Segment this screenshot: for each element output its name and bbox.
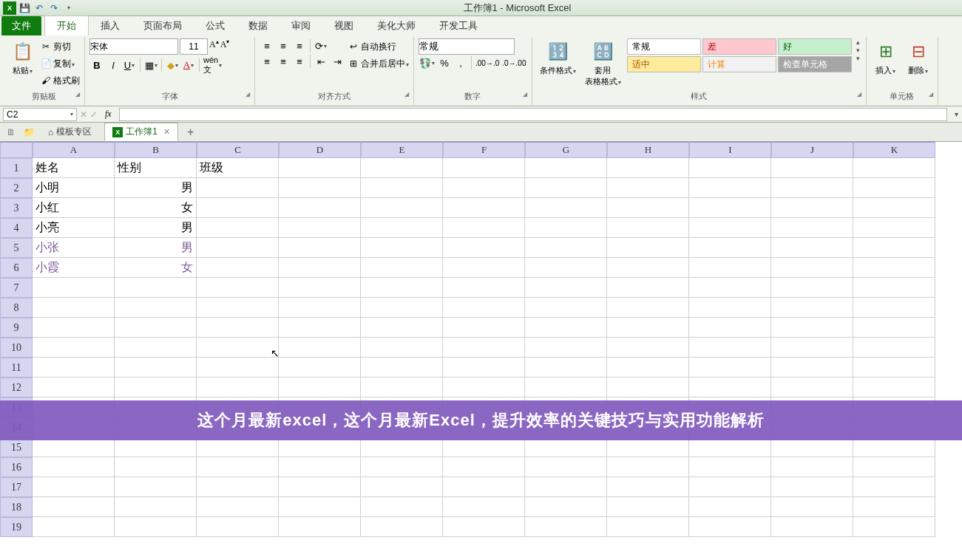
row-header[interactable]: 19 [0, 517, 33, 537]
gallery-down-icon[interactable]: ▾ [856, 47, 860, 54]
cell[interactable] [525, 298, 607, 318]
gallery-more-icon[interactable]: ▾ [856, 55, 860, 62]
cell[interactable] [443, 338, 525, 358]
cell[interactable] [361, 278, 443, 298]
cell[interactable] [279, 477, 361, 497]
tab-templates[interactable]: ⌂模板专区 [40, 123, 100, 141]
cell[interactable] [525, 318, 607, 338]
col-header[interactable]: B [115, 142, 197, 158]
cell[interactable] [361, 338, 443, 358]
cell[interactable] [689, 198, 771, 218]
cell[interactable] [361, 158, 443, 178]
cell[interactable] [197, 437, 279, 457]
formula-input[interactable] [119, 108, 947, 121]
cell[interactable] [689, 158, 771, 178]
cell[interactable] [853, 238, 935, 258]
cell[interactable] [279, 218, 361, 238]
percent-icon[interactable]: % [437, 55, 452, 70]
cell[interactable] [607, 378, 689, 397]
cell[interactable]: 男 [115, 178, 197, 198]
cell[interactable] [853, 298, 935, 318]
cell[interactable] [853, 338, 935, 358]
cell[interactable] [443, 457, 525, 477]
number-format-select[interactable] [419, 38, 515, 55]
cell[interactable] [853, 517, 935, 537]
row-header[interactable]: 18 [0, 497, 33, 517]
decrease-decimal-icon[interactable]: .0→.00 [501, 55, 526, 70]
cell[interactable] [689, 278, 771, 298]
cell[interactable] [607, 258, 689, 278]
tab-view[interactable]: 视图 [322, 16, 365, 35]
cell[interactable] [33, 477, 115, 497]
col-header[interactable]: H [607, 142, 689, 158]
cell[interactable] [115, 517, 197, 537]
cell[interactable] [525, 278, 607, 298]
row-header[interactable]: 9 [0, 318, 33, 338]
cell[interactable] [279, 378, 361, 397]
style-check[interactable]: 检查单元格 [778, 56, 852, 72]
cell[interactable] [607, 497, 689, 517]
cell[interactable] [279, 158, 361, 178]
style-calc[interactable]: 计算 [702, 56, 776, 72]
align-right-icon[interactable]: ≡ [292, 54, 307, 69]
add-tab-button[interactable]: + [183, 126, 198, 139]
cell[interactable] [607, 477, 689, 497]
cell[interactable] [771, 318, 853, 338]
tab-workbook1[interactable]: X工作簿1✕ [104, 123, 178, 141]
cell[interactable] [689, 497, 771, 517]
cell[interactable] [361, 198, 443, 218]
cell[interactable] [525, 358, 607, 378]
cell[interactable] [443, 198, 525, 218]
cell[interactable] [607, 218, 689, 238]
cell[interactable] [771, 278, 853, 298]
cell[interactable]: 女 [115, 258, 197, 278]
row-header[interactable]: 2 [0, 178, 33, 198]
cell[interactable] [279, 358, 361, 378]
cell[interactable] [443, 437, 525, 457]
cell[interactable] [607, 238, 689, 258]
cell[interactable] [197, 517, 279, 537]
cell[interactable] [361, 298, 443, 318]
cell[interactable] [771, 517, 853, 537]
cell[interactable] [279, 338, 361, 358]
cell[interactable] [33, 437, 115, 457]
cell[interactable] [33, 457, 115, 477]
cell[interactable] [443, 497, 525, 517]
cell[interactable] [771, 338, 853, 358]
cell[interactable] [607, 298, 689, 318]
phonetic-button[interactable]: wén文 [203, 58, 223, 72]
file-tab[interactable]: 文件 [1, 16, 41, 35]
paste-button[interactable]: 📋 粘贴 [7, 38, 37, 78]
row-header[interactable]: 5 [0, 238, 33, 258]
cell[interactable] [525, 497, 607, 517]
cell[interactable] [771, 378, 853, 397]
row-header[interactable]: 17 [0, 477, 33, 497]
conditional-format-button[interactable]: 🔢 条件格式 [537, 38, 579, 78]
cell[interactable] [771, 477, 853, 497]
cell[interactable] [853, 158, 935, 178]
cell[interactable] [689, 358, 771, 378]
col-header[interactable]: K [853, 142, 935, 158]
cell[interactable] [607, 278, 689, 298]
cell[interactable] [279, 298, 361, 318]
cell[interactable] [279, 517, 361, 537]
cell[interactable] [197, 178, 279, 198]
row-header[interactable]: 4 [0, 218, 33, 238]
cell[interactable] [115, 338, 197, 358]
cell[interactable] [607, 437, 689, 457]
row-header[interactable]: 3 [0, 198, 33, 218]
fx-icon[interactable]: fx [101, 109, 116, 120]
cell[interactable] [361, 497, 443, 517]
cut-button[interactable]: ✂剪切 [40, 38, 80, 55]
cell[interactable] [197, 378, 279, 397]
tab-review[interactable]: 审阅 [280, 16, 322, 35]
cell[interactable] [115, 278, 197, 298]
cell[interactable] [443, 238, 525, 258]
orientation-icon[interactable]: ⟳ [314, 38, 328, 53]
cell[interactable] [443, 358, 525, 378]
font-name-select[interactable] [89, 38, 178, 55]
style-bad[interactable]: 差 [702, 38, 776, 55]
cell[interactable] [197, 198, 279, 218]
cell[interactable]: 姓名 [33, 158, 115, 178]
cell[interactable] [689, 378, 771, 397]
